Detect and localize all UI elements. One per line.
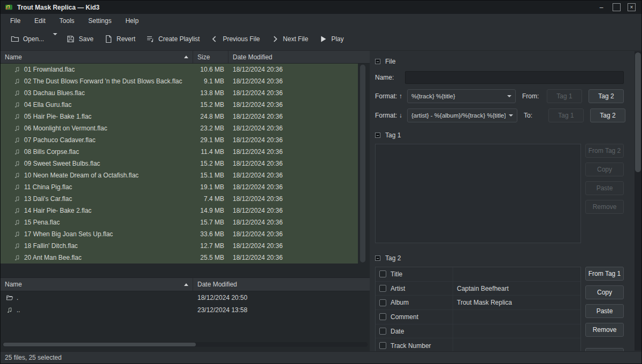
table-row[interactable]: 17 When Big Joan Sets Up.flac33.6 MB18/1… — [1, 228, 358, 240]
toolbar-open-button[interactable]: Open... — [6, 30, 49, 48]
table-row[interactable]: 20 Ant Man Bee.flac25.5 MB18/12/2024 20:… — [1, 252, 358, 264]
tag2-remove-button[interactable]: Remove — [585, 323, 624, 337]
file-name: 18 Fallin' Ditch.flac — [24, 242, 193, 250]
app-icon — [5, 3, 13, 11]
menu-edit[interactable]: Edit — [29, 16, 51, 26]
toolbar-revert-button[interactable]: Revert — [100, 30, 140, 48]
column-header-size[interactable]: Size — [193, 51, 228, 63]
format-to-combobox[interactable]: {artist} - %{album}/%{track} %{title} — [407, 109, 517, 122]
field-checkbox[interactable] — [379, 328, 386, 335]
tag1-copy-button[interactable]: Copy — [585, 162, 624, 176]
dir-column-header-name[interactable]: Name — [1, 278, 193, 291]
format-from-combobox[interactable]: %{track} %{title} — [407, 89, 516, 103]
table-row[interactable]: 14 Hair Pie- Bake 2.flac14.9 MB18/12/202… — [1, 205, 358, 216]
file-section-title: File — [385, 58, 395, 65]
to-tag1-button[interactable]: Tag 1 — [548, 109, 584, 122]
field-value[interactable]: Captain Beefheart — [453, 282, 580, 296]
file-date-modified: 18/12/2024 20:36 — [228, 195, 282, 203]
tag2-paste-button[interactable]: Paste — [585, 304, 624, 318]
table-row[interactable]: 11 China Pig.flac19.1 MB18/12/2024 20:36 — [1, 181, 358, 193]
collapse-toggle-icon[interactable] — [375, 255, 380, 261]
open-dropdown-button[interactable] — [50, 31, 60, 47]
field-value[interactable] — [453, 324, 580, 338]
horizontal-scrollbar[interactable] — [3, 342, 368, 347]
toolbar-create-playlist-button[interactable]: Create Playlist — [141, 30, 204, 48]
dir-row[interactable]: ..23/12/2024 13:58 — [1, 304, 370, 316]
kid3-window: Trout Mask Replica — Kid3 – × FileEditTo… — [0, 0, 642, 364]
table-row[interactable]: 18 Fallin' Ditch.flac12.7 MB18/12/2024 2… — [1, 240, 358, 252]
close-button[interactable]: × — [628, 3, 636, 11]
file-list-scrollbar-thumb[interactable] — [360, 65, 365, 262]
table-row[interactable]: 07 Pachuco Cadaver.flac29.1 MB18/12/2024… — [1, 134, 358, 146]
to-tag2-button[interactable]: Tag 2 — [590, 109, 625, 122]
column-header-name[interactable]: Name — [1, 51, 193, 63]
tag1-remove-button[interactable]: Remove — [585, 200, 624, 214]
table-row[interactable]: 15 Pena.flac15.7 MB18/12/2024 20:36 — [1, 216, 358, 228]
field-checkbox[interactable] — [379, 313, 386, 320]
file-size: 11.4 MB — [193, 148, 228, 156]
field-checkbox[interactable] — [379, 285, 386, 292]
field-checkbox[interactable] — [379, 342, 386, 349]
table-row[interactable]: 08 Bills Corpse.flac11.4 MB18/12/2024 20… — [1, 146, 358, 158]
tag-panel-vertical-scrollbar[interactable] — [635, 51, 641, 351]
menu-tools[interactable]: Tools — [54, 16, 80, 26]
field-label: Album — [389, 299, 453, 306]
chevron-right-icon — [271, 35, 279, 43]
menu-settings[interactable]: Settings — [83, 16, 117, 26]
file-list-vertical-scrollbar[interactable] — [360, 64, 366, 263]
table-row[interactable]: 13 Dali's Car.flac7.4 MB18/12/2024 20:36 — [1, 193, 358, 205]
table-row[interactable]: 10 Neon Meate Dream of a Octafish.flac15… — [1, 169, 358, 181]
minimize-button[interactable]: – — [594, 2, 608, 12]
toolbar-next-file-button[interactable]: Next File — [266, 30, 313, 48]
music-note-icon — [13, 125, 21, 132]
table-row[interactable]: 09 Sweet Sweet Bulbs.flac15.2 MB18/12/20… — [1, 158, 358, 169]
toolbar-previous-file-button[interactable]: Previous File — [205, 30, 264, 48]
tag2-from-tag-1-button[interactable]: From Tag 1 — [585, 267, 624, 281]
tag-panel-scrollbar-thumb[interactable] — [635, 52, 641, 172]
tag1-from-tag-2-button[interactable]: From Tag 2 — [585, 144, 624, 158]
field-checkbox[interactable] — [379, 270, 386, 277]
horizontal-scrollbar-thumb[interactable] — [3, 343, 196, 346]
file-date-modified: 18/12/2024 20:36 — [228, 125, 282, 132]
tag1-section-title: Tag 1 — [385, 131, 401, 139]
toolbar-play-button[interactable]: Play — [314, 30, 348, 48]
tag1-field-list[interactable] — [375, 144, 581, 243]
dir-column-header-date-modified[interactable]: Date Modified — [193, 278, 370, 291]
window-title: Trout Mask Replica — Kid3 — [17, 4, 100, 11]
file-name: 03 Dachau Blues.flac — [24, 89, 193, 97]
field-value[interactable] — [453, 338, 580, 351]
table-row[interactable]: 01 Frownland.flac10.6 MB18/12/2024 20:36 — [1, 64, 358, 75]
dir-row[interactable]: .18/12/2024 20:50 — [1, 291, 370, 304]
file-date-modified: 18/12/2024 20:36 — [228, 242, 282, 250]
maximize-button[interactable] — [613, 3, 621, 11]
tag1-paste-button[interactable]: Paste — [585, 181, 624, 195]
table-row[interactable]: 05 Hair Pie- Bake 1.flac24.8 MB18/12/202… — [1, 111, 358, 122]
table-row[interactable]: 02 The Dust Blows Forward 'n the Dust Bl… — [1, 75, 358, 87]
table-row[interactable]: 04 Ella Guru.flac15.2 MB18/12/2024 20:36 — [1, 99, 358, 111]
field-value[interactable]: Trout Mask Replica — [453, 296, 580, 309]
field-checkbox[interactable] — [379, 299, 386, 306]
from-tag2-button[interactable]: Tag 2 — [588, 89, 624, 103]
collapse-toggle-icon[interactable] — [375, 59, 380, 64]
file-size: 13.8 MB — [193, 89, 228, 97]
field-value[interactable] — [453, 310, 580, 324]
menu-help[interactable]: Help — [120, 16, 144, 26]
music-note-icon — [13, 78, 21, 85]
column-header-date-modified[interactable]: Date Modified — [228, 51, 370, 63]
toolbar-save-button[interactable]: Save — [62, 30, 98, 48]
from-tag1-button[interactable]: Tag 1 — [547, 89, 582, 103]
tag2-button-column: From Tag 1CopyPasteRemoveEdit... — [585, 267, 624, 351]
filename-input[interactable] — [405, 71, 624, 84]
file-date-modified: 18/12/2024 20:36 — [228, 136, 282, 144]
field-value[interactable] — [453, 267, 580, 281]
tag2-copy-button[interactable]: Copy — [585, 285, 624, 299]
tag2-field-row: Date — [376, 324, 580, 339]
table-row[interactable]: 06 Moonlight on Vermont.flac23.2 MB18/12… — [1, 122, 358, 134]
table-row[interactable]: 03 Dachau Blues.flac13.8 MB18/12/2024 20… — [1, 87, 358, 99]
tag2-field-row: AlbumTrout Mask Replica — [376, 296, 580, 310]
file-date-modified: 18/12/2024 20:36 — [228, 230, 282, 238]
collapse-toggle-icon[interactable] — [375, 133, 380, 138]
menu-file[interactable]: File — [5, 16, 26, 26]
field-label: Comment — [389, 313, 453, 321]
field-label: Date — [389, 328, 453, 335]
